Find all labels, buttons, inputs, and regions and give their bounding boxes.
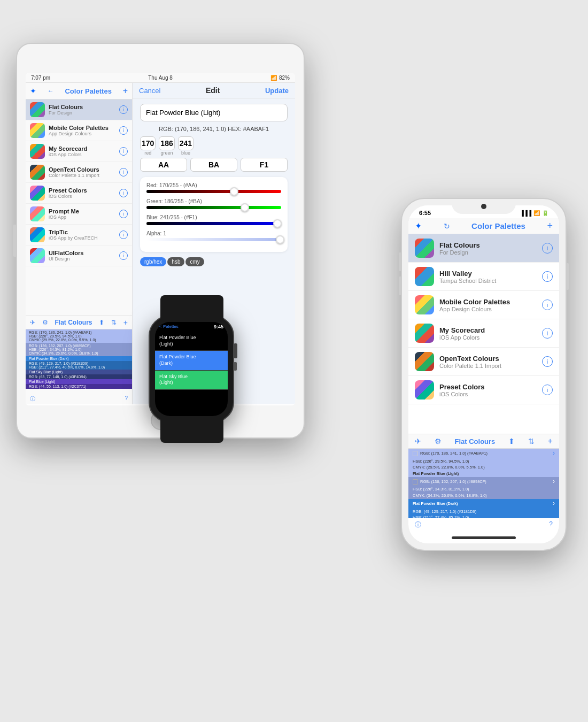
add-color-button[interactable]: +: [123, 318, 128, 327]
ipad-nav-title: Color Palettes: [65, 87, 111, 95]
iphone-palette-item-5[interactable]: Preset Colors iOS Colors i: [408, 376, 559, 404]
iphone-palette-info-2[interactable]: i: [542, 299, 553, 310]
send-icon[interactable]: ✈: [30, 319, 35, 326]
watch-back-button[interactable]: < Palettes: [159, 324, 179, 329]
iphone-palette-icon-3: [415, 324, 434, 343]
blue-slider-thumb[interactable]: [273, 219, 282, 228]
palette-text-7: UIFlatColors UI Design: [49, 250, 119, 262]
watch-item-0[interactable]: Flat Powder Blue(Light): [155, 332, 228, 351]
ipad-strip-bar: ✈ ⚙ Flat Colours ⬆ ⇅ +: [26, 316, 132, 329]
update-button[interactable]: Update: [265, 87, 289, 95]
color-name-input[interactable]: [140, 104, 288, 121]
blue-slider-row: Blue: 241/255 - (#F1): [146, 214, 281, 225]
palette-sub-7: UI Design: [49, 256, 119, 262]
red-value[interactable]: 170: [140, 136, 156, 150]
back-icon[interactable]: ←: [48, 87, 54, 95]
iphone-palette-info-0[interactable]: i: [542, 243, 553, 254]
iphone-vol-up-button[interactable]: [399, 252, 401, 271]
iphone-wifi-icon: 📶: [533, 210, 540, 216]
help-button[interactable]: ?: [125, 395, 128, 403]
iphone-filter-icon[interactable]: ⚙: [435, 437, 442, 446]
color-text: HSB: (226°, 29.5%, 94.5%, 1.0): [413, 459, 469, 464]
add-palette-button[interactable]: +: [123, 86, 128, 96]
iphone-vol-down-button[interactable]: [399, 276, 401, 295]
palette-sub-3: Color Palette 1.1 Import: [49, 173, 119, 178]
iphone-side-button[interactable]: [566, 263, 569, 290]
palette-icon-3: [30, 165, 45, 180]
iphone-palette-item-0[interactable]: Flat Colours For Design i: [408, 234, 559, 263]
palette-info-0[interactable]: i: [119, 105, 128, 114]
iphone-strip-footer: ⓘ ?: [408, 518, 559, 532]
cancel-button[interactable]: Cancel: [139, 87, 160, 95]
iphone-send-icon[interactable]: ✈: [415, 437, 421, 446]
iphone-palette-info-1[interactable]: i: [542, 271, 553, 282]
hex-values-row: AA BA F1: [140, 158, 288, 172]
iphone-help-button[interactable]: ?: [549, 520, 553, 529]
palette-icon-2: [30, 144, 45, 159]
iphone-share-icon[interactable]: ⬆: [508, 437, 515, 446]
iphone-palette-item-2[interactable]: Mobile Color Palettes App Design Colours…: [408, 291, 559, 319]
ipad-palette-item-6[interactable]: TripTic iOS App by CreaTECH i: [26, 225, 132, 245]
ipad-palette-item-0[interactable]: Flat Colours For Design i: [26, 99, 132, 120]
iphone-add-color-button[interactable]: +: [548, 436, 553, 446]
palette-sub-2: iOS App Colors: [49, 152, 119, 157]
iphone-palette-name-5: Preset Colors: [439, 383, 542, 391]
iphone-palette-info-4[interactable]: i: [542, 356, 553, 367]
iphone-palette-sub-5: iOS Colors: [439, 391, 542, 397]
iphone-palette-item-4[interactable]: OpenText Colours Color Palette 1.1 Impor…: [408, 348, 559, 376]
info-button[interactable]: ⓘ: [30, 395, 35, 403]
alpha-slider-thumb[interactable]: [276, 235, 284, 244]
iphone-sync-icon[interactable]: ↻: [444, 222, 450, 231]
iphone-palette-item-1[interactable]: Hill Valley Tampa School District i: [408, 263, 559, 291]
tab-rgbhex[interactable]: rgb/hex: [140, 257, 166, 266]
blue-slider-label: Blue: 241/255 - (#F1): [146, 214, 281, 220]
palette-name-6: TripTic: [49, 229, 119, 235]
palette-name-0: Flat Colours: [49, 104, 119, 110]
color-text: CMYK: (29.5%, 22.8%, 0.0%, 5.5%, 1.0): [413, 465, 485, 470]
ipad-palette-item-2[interactable]: My Scorecard iOS App Colors i: [26, 141, 132, 162]
palette-info-6[interactable]: i: [119, 231, 128, 239]
watch-item-1[interactable]: Flat Powder Blue(Dark): [155, 351, 228, 370]
iphone-palette-item-3[interactable]: My Scorecard iOS App Colors i: [408, 319, 559, 348]
ipad-palette-item-5[interactable]: Prompt Me iOS App i: [26, 204, 132, 225]
green-slider-thumb[interactable]: [241, 203, 249, 212]
green-value[interactable]: 186: [159, 136, 174, 150]
ipad-palette-item-4[interactable]: Preset Colors iOS Colors i: [26, 183, 132, 204]
hex-value-2[interactable]: BA: [190, 158, 237, 172]
iphone-palette-sub-1: Tampa School District: [439, 278, 542, 284]
tab-hsb[interactable]: hsb: [167, 257, 184, 266]
palette-info-7[interactable]: i: [119, 251, 128, 260]
iphone-sort-icon[interactable]: ⇅: [528, 437, 535, 446]
watch-item-2[interactable]: Flat Sky Blue(Light): [155, 371, 228, 390]
blue-value[interactable]: 241: [178, 136, 194, 150]
palette-text-4: Preset Colors iOS Colors: [49, 187, 119, 199]
share-icon[interactable]: ⬆: [99, 319, 104, 326]
ipad-palette-item-3[interactable]: OpenText Colours Color Palette 1.1 Impor…: [26, 162, 132, 183]
iphone-add-palette-button[interactable]: +: [547, 220, 553, 232]
red-slider-thumb[interactable]: [230, 187, 238, 196]
filter-icon[interactable]: ⚙: [42, 319, 48, 326]
watch-side-button[interactable]: [234, 362, 237, 371]
ipad-palette-item-7[interactable]: UIFlatColors UI Design i: [26, 245, 132, 266]
iphone-palette-info-3[interactable]: i: [542, 328, 553, 339]
iphone-palette-name-2: Mobile Color Palettes: [439, 298, 542, 306]
palette-info-5[interactable]: i: [119, 210, 128, 218]
palette-info-3[interactable]: i: [119, 168, 128, 176]
tab-cmy[interactable]: cmy: [185, 257, 204, 266]
iphone-info-button[interactable]: ⓘ: [415, 520, 421, 529]
palette-icon-4: [30, 186, 45, 201]
green-label: green: [159, 150, 174, 156]
ipad-left-panel: ✦ ← Color Palettes + Flat Colours For De…: [26, 83, 133, 404]
hex-value-1[interactable]: AA: [140, 158, 187, 172]
iphone-palette-icon-1: [415, 267, 434, 286]
watch-crown[interactable]: [234, 343, 237, 358]
hex-value-3[interactable]: F1: [241, 158, 288, 172]
iphone-palette-info-5[interactable]: i: [542, 385, 553, 395]
palette-info-4[interactable]: i: [119, 189, 128, 197]
palette-info-1[interactable]: i: [119, 126, 128, 135]
ipad-palette-item-1[interactable]: Mobile Color Palettes App Design Colours…: [26, 120, 132, 141]
iphone-nav-title: Color Palettes: [471, 221, 525, 231]
palette-info-2[interactable]: i: [119, 147, 128, 156]
sort-icon[interactable]: ⇅: [111, 319, 117, 326]
ipad-status-bar: 7:07 pm Thu Aug 8 📶 82%: [26, 73, 295, 83]
